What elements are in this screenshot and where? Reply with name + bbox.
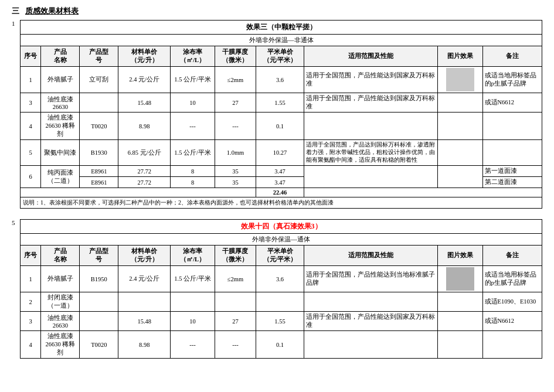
cell-note: 或适N6612 bbox=[482, 93, 542, 113]
col-header-price: 材料单价（元/升） bbox=[118, 246, 171, 266]
cell-note bbox=[482, 140, 542, 166]
cell-name: 封闭底漆（一道） bbox=[41, 292, 80, 312]
table2-header-row: 序号 产品名称 产品型号 材料单价（元/升） 涂布率（㎡/L） 干膜厚度（微米）… bbox=[21, 246, 542, 266]
cell-seq: 5 bbox=[21, 140, 41, 166]
cell-price: 8.98 bbox=[118, 331, 171, 359]
table2-subtitle-row: 外墙非外保温—通体 bbox=[21, 234, 542, 246]
cell-coverage: 1.5 公斤/平米 bbox=[171, 266, 215, 292]
table-row: 3 油性底漆26630 15.48 10 27 1.55 适用于全国范围，产品性… bbox=[21, 93, 542, 113]
cell-note bbox=[482, 331, 542, 359]
table-wrapper-2: 5 效果十四（真石漆效果3） 外墙非外保温—通体 序号 产品名称 产品型号 材料… bbox=[20, 219, 542, 359]
col-header-img: 图片效果 bbox=[438, 246, 482, 266]
cell-thickness: 1.0mm bbox=[215, 140, 256, 166]
col-header-coverage: 涂布率（㎡/L） bbox=[171, 46, 215, 67]
table1-subtitle: 外墙非外保温—非通体 bbox=[21, 35, 542, 46]
total-row: 22.46 bbox=[21, 188, 542, 197]
note-text: 说明：1、表涂根据不同要求，可选择列二种产品中的一种；2、涂本表格内面源外，也可… bbox=[21, 197, 542, 209]
table-row: 5 聚氨中间漆 B1930 6.85 元/公斤 1.5 公斤/平米 1.0mm … bbox=[21, 140, 542, 166]
col-header-model: 产品型号 bbox=[80, 46, 118, 67]
cell-name: 油性底漆26630 bbox=[41, 93, 80, 113]
table1-row-num: 1 bbox=[12, 20, 15, 27]
cell-price bbox=[118, 292, 171, 312]
table1-header-row: 序号 产品名称 产品型号 材料单价（元/升） 涂布率（㎡/L） 干膜厚度（微米）… bbox=[21, 46, 542, 67]
cell-coverage: --- bbox=[171, 331, 215, 359]
cell-unitprice: 1.55 bbox=[256, 93, 304, 113]
cell-note bbox=[482, 113, 542, 140]
cell-price: 2.4 元/公斤 bbox=[118, 67, 171, 93]
table2-title: 效果十四（真石漆效果3） bbox=[21, 220, 542, 234]
cell-seq: 6 bbox=[21, 166, 41, 188]
cell-price: 6.85 元/公斤 bbox=[118, 140, 171, 166]
col-header-unitprice: 平米单价（元/平米） bbox=[256, 246, 304, 266]
cell-note: 或适当地用标签品的p生腻子品牌 bbox=[482, 266, 542, 292]
col-header-unitprice: 平米单价（元/平米） bbox=[256, 46, 304, 67]
cell-price: 2.4 元/公斤 bbox=[118, 266, 171, 292]
cell-seq: 4 bbox=[21, 331, 41, 359]
cell-coverage: --- bbox=[171, 113, 215, 140]
table2-title-row: 效果十四（真石漆效果3） bbox=[21, 220, 542, 234]
cell-coverage: 8 bbox=[171, 166, 215, 177]
cell-model: E8961 bbox=[80, 166, 118, 177]
cell-scope: 适用于全国范围，产品性能达到国家及万科标准 bbox=[304, 312, 438, 331]
table1: 效果三（中颗粒平搓） 外墙非外保温—非通体 序号 产品名称 产品型号 材料单价（… bbox=[20, 20, 542, 209]
cell-coverage: 8 bbox=[171, 177, 215, 188]
cell-model: B1930 bbox=[80, 140, 118, 166]
total-empty bbox=[304, 188, 542, 197]
cell-coverage bbox=[171, 292, 215, 312]
img-swatch bbox=[446, 68, 474, 91]
cell-coverage: 10 bbox=[171, 312, 215, 331]
cell-thickness: --- bbox=[215, 331, 256, 359]
cell-seq: 2 bbox=[21, 292, 41, 312]
cell-seq: 1 bbox=[21, 67, 41, 93]
cell-img bbox=[438, 67, 482, 93]
table-wrapper-1: 1 效果三（中颗粒平搓） 外墙非外保温—非通体 序号 产品名称 产品型号 材料单… bbox=[20, 20, 542, 209]
col-header-coverage: 涂布率（㎡/L） bbox=[171, 246, 215, 266]
cell-model bbox=[80, 292, 118, 312]
cell-scope bbox=[304, 331, 438, 359]
cell-name: 外墙腻子 bbox=[41, 266, 80, 292]
cell-seq: 3 bbox=[21, 312, 41, 331]
col-header-model: 产品型号 bbox=[80, 246, 118, 266]
note-row: 说明：1、表涂根据不同要求，可选择列二种产品中的一种；2、涂本表格内面源外，也可… bbox=[21, 197, 542, 209]
col-header-img: 图片效果 bbox=[438, 46, 482, 67]
cell-model: E8961 bbox=[80, 177, 118, 188]
page-container: 三 质感效果材料表 1 效果三（中颗粒平搓） 外墙非外保温—非通体 序号 产品名… bbox=[12, 6, 542, 359]
cell-name: 外墙腻子 bbox=[41, 67, 80, 93]
cell-price: 8.98 bbox=[118, 113, 171, 140]
col-header-note: 备注 bbox=[482, 46, 542, 67]
table-row: 3 油性底漆26630 15.48 10 27 1.55 适用于全国范围，产品性… bbox=[21, 312, 542, 331]
table2-subtitle: 外墙非外保温—通体 bbox=[21, 234, 542, 246]
col-header-price: 材料单价（元/升） bbox=[118, 46, 171, 67]
table-row: 4 油性底漆26630 稀释剂 T0020 8.98 --- --- 0.1 bbox=[21, 113, 542, 140]
cell-name: 油性底漆26630 bbox=[41, 312, 80, 331]
cell-model: T0020 bbox=[80, 331, 118, 359]
section-number: 三 bbox=[12, 6, 19, 16]
cell-name: 油性底漆26630 稀释剂 bbox=[41, 113, 80, 140]
total-label bbox=[21, 188, 256, 197]
table1-title-row: 效果三（中颗粒平搓） bbox=[21, 21, 542, 35]
total-value: 22.46 bbox=[256, 188, 304, 197]
cell-unitprice: 3.47 bbox=[256, 166, 304, 177]
cell-note: 或适N6612 bbox=[482, 312, 542, 331]
cell-unitprice: 0.1 bbox=[256, 113, 304, 140]
cell-scope bbox=[304, 292, 438, 312]
cell-name: 纯丙面漆（二道） bbox=[41, 166, 80, 188]
cell-price: 27.72 bbox=[118, 177, 171, 188]
col-header-thickness: 干膜厚度（微米） bbox=[215, 46, 256, 67]
col-header-seq: 序号 bbox=[21, 46, 41, 67]
cell-unitprice: 10.27 bbox=[256, 140, 304, 166]
cell-model bbox=[80, 93, 118, 113]
cell-name: 油性底漆26630 稀释剂 bbox=[41, 331, 80, 359]
cell-unitprice: 3.6 bbox=[256, 266, 304, 292]
cell-price: 15.48 bbox=[118, 312, 171, 331]
cell-scope bbox=[304, 113, 438, 140]
cell-note: 或适当地用标签品的p生腻子品牌 bbox=[482, 67, 542, 93]
page-header: 三 质感效果材料表 bbox=[12, 6, 542, 16]
cell-seq: 4 bbox=[21, 113, 41, 140]
cell-coverage: 1.5 公斤/平米 bbox=[171, 140, 215, 166]
cell-price: 15.48 bbox=[118, 93, 171, 113]
cell-model: 立可刮 bbox=[80, 67, 118, 93]
cell-img bbox=[438, 292, 482, 312]
cell-name: 聚氨中间漆 bbox=[41, 140, 80, 166]
cell-unitprice: 3.47 bbox=[256, 177, 304, 188]
